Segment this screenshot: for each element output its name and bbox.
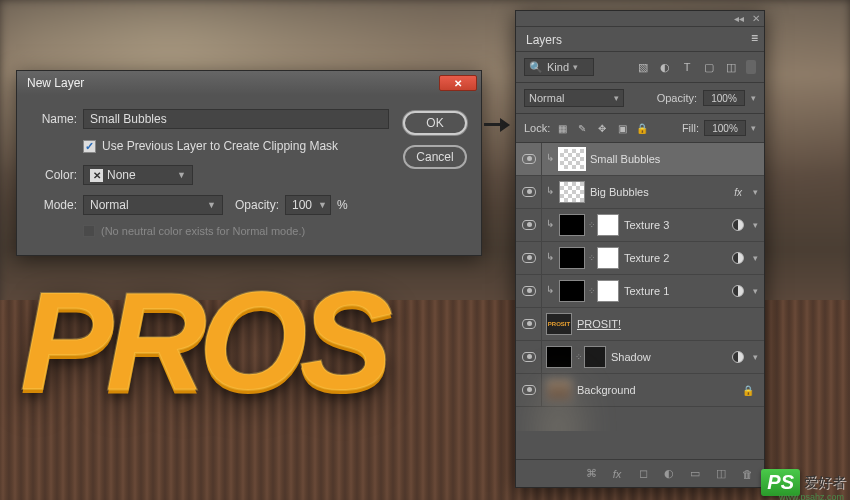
advanced-blend-icon[interactable] [732,351,744,363]
panel-footer: ⌘ fx ◻ ◐ ▭ ◫ 🗑 [516,459,764,487]
chevron-down-icon[interactable]: ▾ [751,93,756,103]
layer-thumbnail[interactable] [559,181,585,203]
expand-icon[interactable]: ▾ [753,253,758,263]
filter-smart-icon[interactable]: ◫ [724,60,738,74]
filter-kind-select[interactable]: 🔍 Kind ▾ [524,58,594,76]
panel-menu-icon[interactable]: ≡ [751,31,758,45]
neutral-note-text: (No neutral color exists for Normal mode… [101,225,305,237]
layer-mask-icon[interactable]: ◻ [636,467,650,481]
mask-link-icon[interactable]: ⁘ [588,253,596,263]
visibility-toggle[interactable] [516,308,542,340]
cancel-button[interactable]: Cancel [403,145,467,169]
layer-row[interactable]: ↳⁘Texture 2▾ [516,242,764,275]
new-layer-dialog: New Layer ✕ Name: Small Bubbles ✓ Use Pr… [16,70,482,256]
visibility-toggle[interactable] [516,176,542,208]
filter-pixel-icon[interactable]: ▧ [636,60,650,74]
layer-thumbnail[interactable] [559,214,585,236]
filter-toggle-icon[interactable] [746,60,756,74]
layer-row[interactable]: PROSITPROSIT! [516,308,764,341]
lock-artboard-icon[interactable]: ▣ [615,121,629,135]
layer-name-label[interactable]: Shadow [611,351,727,363]
link-layers-icon[interactable]: ⌘ [584,467,598,481]
layer-mask-thumbnail[interactable] [584,346,606,368]
collapse-icon[interactable]: ◂◂ [734,13,744,24]
layer-row[interactable]: Background🔒 [516,374,764,407]
layer-row[interactable]: ↳⁘Texture 1▾ [516,275,764,308]
layer-name-label[interactable]: Background [577,384,737,396]
layer-name-label[interactable]: PROSIT! [577,318,758,330]
chevron-down-icon: ▼ [207,200,216,210]
mode-select[interactable]: Normal ▼ [83,195,223,215]
layer-opacity-input[interactable]: 100% [703,90,745,106]
layer-mask-thumbnail[interactable] [597,247,619,269]
layer-row[interactable]: ⁘Shadow▾ [516,341,764,374]
layer-thumbnail[interactable] [559,247,585,269]
fx-indicator[interactable]: fx [734,187,742,198]
new-layer-icon[interactable]: ◫ [714,467,728,481]
panel-close-icon[interactable]: ✕ [752,13,760,24]
mask-link-icon[interactable]: ⁘ [575,352,583,362]
visibility-toggle[interactable] [516,275,542,307]
expand-icon[interactable]: ▾ [753,220,758,230]
lock-all-icon[interactable]: 🔒 [635,121,649,135]
filter-shape-icon[interactable]: ▢ [702,60,716,74]
adjustment-layer-icon[interactable]: ◐ [662,467,676,481]
visibility-toggle[interactable] [516,341,542,373]
layer-fill-input[interactable]: 100% [704,120,746,136]
lock-position-icon[interactable]: ✥ [595,121,609,135]
opacity-label: Opacity: [657,92,697,104]
clipping-mask-label: Use Previous Layer to Create Clipping Ma… [102,139,338,153]
expand-icon[interactable]: ▾ [753,286,758,296]
mask-link-icon[interactable]: ⁘ [588,220,596,230]
chevron-down-icon[interactable]: ▾ [751,123,756,133]
layers-tab[interactable]: Layers [526,33,562,47]
expand-icon[interactable]: ▾ [753,187,758,197]
lock-transparency-icon[interactable]: ▦ [555,121,569,135]
layer-thumbnail[interactable]: PROSIT [546,313,572,335]
layer-mask-thumbnail[interactable] [597,214,619,236]
delete-layer-icon[interactable]: 🗑 [740,467,754,481]
filter-adjustment-icon[interactable]: ◐ [658,60,672,74]
visibility-toggle[interactable] [516,374,542,406]
layer-thumbnail[interactable] [559,280,585,302]
visibility-toggle[interactable] [516,209,542,241]
layer-thumbnail[interactable] [546,379,572,401]
layer-thumbnail[interactable] [546,346,572,368]
layer-row[interactable]: ↳Small Bubbles [516,143,764,176]
visibility-toggle[interactable] [516,143,542,175]
close-button[interactable]: ✕ [439,75,477,91]
chevron-down-icon: ▼ [318,200,327,210]
name-input[interactable]: Small Bubbles [83,109,389,129]
layer-name-label[interactable]: Texture 3 [624,219,727,231]
layers-list[interactable]: ↳Small Bubbles↳Big Bubblesfx▾↳⁘Texture 3… [516,143,764,431]
eye-icon [522,319,536,329]
dialog-titlebar[interactable]: New Layer ✕ [17,71,481,95]
opacity-input[interactable]: 100 ▼ [285,195,331,215]
group-icon[interactable]: ▭ [688,467,702,481]
layer-mask-thumbnail[interactable] [597,280,619,302]
layer-name-label[interactable]: Texture 1 [624,285,727,297]
clipping-mask-checkbox[interactable]: ✓ [83,140,96,153]
layer-name-label[interactable]: Texture 2 [624,252,727,264]
eye-icon [522,352,536,362]
layer-style-icon[interactable]: fx [610,467,624,481]
opacity-suffix: % [337,198,348,212]
layer-row[interactable]: ↳Big Bubblesfx▾ [516,176,764,209]
filter-type-icon[interactable]: T [680,60,694,74]
mask-link-icon[interactable]: ⁘ [588,286,596,296]
chevron-down-icon: ▾ [614,93,619,103]
color-label: Color: [31,168,77,182]
advanced-blend-icon[interactable] [732,252,744,264]
layer-name-label[interactable]: Small Bubbles [590,153,758,165]
visibility-toggle[interactable] [516,242,542,274]
lock-pixels-icon[interactable]: ✎ [575,121,589,135]
advanced-blend-icon[interactable] [732,219,744,231]
layer-thumbnail[interactable] [559,148,585,170]
blend-mode-select[interactable]: Normal ▾ [524,89,624,107]
color-select[interactable]: ✕None ▼ [83,165,193,185]
layer-name-label[interactable]: Big Bubbles [590,186,729,198]
expand-icon[interactable]: ▾ [753,352,758,362]
advanced-blend-icon[interactable] [732,285,744,297]
layer-row[interactable]: ↳⁘Texture 3▾ [516,209,764,242]
ok-button[interactable]: OK [403,111,467,135]
